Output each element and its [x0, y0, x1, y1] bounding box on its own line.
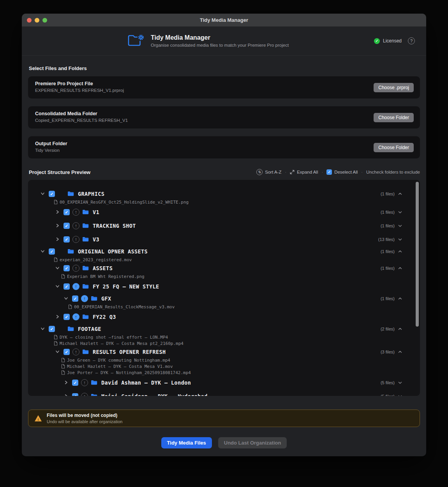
move-up-icon[interactable]: ↑	[72, 265, 79, 272]
scrollbar-thumb[interactable]	[416, 182, 419, 327]
move-up-icon[interactable]: ↑	[81, 379, 88, 386]
folder-icon	[67, 326, 74, 331]
collapse-chevron-icon[interactable]	[398, 327, 402, 331]
expand-all-button[interactable]: Expand All	[290, 170, 318, 174]
brand: Tidy Media Manager Organise consolidated…	[128, 33, 289, 49]
collapse-chevron-icon[interactable]	[398, 192, 402, 195]
tree-folder-row[interactable]: ✓↑ASSETS(1 files)	[28, 263, 420, 273]
deselect-all-checkbox[interactable]: ✓	[326, 169, 332, 175]
tree-file-row: DYK – closing shot –final effort – LON.M…	[28, 334, 420, 340]
file-name: experian_2023_registered.mov	[60, 257, 132, 262]
expand-arrows-icon	[290, 170, 295, 174]
collapse-chevron-icon[interactable]	[398, 350, 402, 353]
folder-icon	[91, 296, 97, 301]
collapse-chevron-icon[interactable]	[398, 297, 402, 300]
tree-checkbox[interactable]: ✓	[63, 223, 70, 229]
tree-folder-row[interactable]: ✓↑GFX(1 files)	[28, 293, 420, 304]
expand-chevron-icon[interactable]	[398, 381, 402, 384]
expand-chevron-icon[interactable]	[398, 224, 402, 227]
tree-folder-row[interactable]: ✓↑David Ashman – DYK – London(5 files)	[28, 376, 420, 389]
chevron-down-icon[interactable]	[41, 249, 45, 253]
tree-folder-row[interactable]: ✓GRAPHICS(1 files)	[28, 188, 420, 199]
move-up-icon[interactable]: ↑	[72, 313, 79, 320]
tree-folder-row[interactable]: ✓↑Maini Ganideep – DYK – Hyderabad(5 fil…	[28, 389, 420, 396]
project-file-card: Premiere Pro Project File EXPERIEN_RESUL…	[28, 76, 420, 98]
folder-name: ASSETS	[93, 265, 113, 271]
choose-media-folder-button[interactable]: Choose Folder	[374, 113, 414, 122]
chevron-down-icon[interactable]	[41, 192, 45, 196]
tree-folder-row[interactable]: ✓FOOTAGE(2 files)	[28, 323, 420, 334]
collapse-chevron-icon[interactable]	[398, 267, 402, 270]
tree-file-row: 00_EXPERIAN_ResGFX_Oct25_HoldingSlide_v2…	[28, 199, 420, 205]
tree-checkbox[interactable]: ✓	[72, 393, 78, 396]
choose-prproj-button[interactable]: Choose .prproj	[374, 83, 414, 92]
move-up-icon[interactable]: ↑	[72, 209, 79, 216]
folder-name: FY22 Q3	[93, 314, 116, 320]
tree-checkbox[interactable]: ✓	[49, 326, 55, 332]
collapse-chevron-icon[interactable]	[398, 250, 402, 253]
chevron-right-icon[interactable]	[55, 237, 60, 241]
folder-icon	[82, 284, 89, 289]
move-up-icon[interactable]: ↑	[72, 222, 79, 229]
chevron-down-icon[interactable]	[64, 296, 69, 301]
move-up-icon[interactable]: ↑	[81, 393, 88, 396]
chevron-right-icon[interactable]	[64, 394, 69, 396]
tree-checkbox[interactable]: ✓	[63, 283, 70, 290]
tree-folder-row[interactable]: ✓↑V3(13 files)	[28, 232, 420, 246]
move-up-icon[interactable]: ↑	[72, 283, 79, 290]
deselect-all-control[interactable]: ✓ Deselect All	[326, 169, 358, 175]
expand-chevron-icon[interactable]	[398, 395, 402, 396]
project-file-label: Premiere Pro Project File	[35, 81, 414, 86]
undo-last-organization-button[interactable]: Undo Last Organization	[218, 437, 287, 448]
file-name: Michael Hazlett – DYK – Costa Mesa V1.mo…	[67, 364, 173, 369]
tree-folder-row[interactable]: ✓↑V1(1 files)	[28, 205, 420, 219]
move-up-icon[interactable]: ↑	[81, 295, 88, 302]
chevron-down-icon[interactable]	[55, 350, 60, 354]
move-up-icon[interactable]: ↑	[72, 348, 79, 355]
folder-name: V1	[93, 209, 99, 215]
choose-output-folder-button[interactable]: Choose Folder	[374, 143, 414, 152]
move-up-icon[interactable]: ↑	[72, 236, 79, 243]
preview-heading: Project Structure Preview	[29, 169, 90, 175]
tree-checkbox[interactable]: ✓	[63, 236, 70, 243]
tree-file-row: Joe Green – DYK commuting Nottingham.mp4	[28, 357, 420, 363]
help-icon[interactable]: ?	[408, 37, 415, 44]
licensed-label: Licensed	[383, 38, 402, 44]
file-icon	[54, 257, 58, 262]
chevron-right-icon[interactable]	[55, 315, 60, 319]
chevron-down-icon[interactable]	[55, 266, 60, 270]
sort-az-button[interactable]: ⇅ Sort A-Z	[256, 169, 281, 175]
licensed-seal-icon: ✓	[374, 38, 380, 44]
tree-folder-row[interactable]: ✓↑FY 25 FQ – NEW STYLE	[28, 280, 420, 293]
tree-checkbox[interactable]: ✓	[72, 380, 78, 386]
tree-checkbox[interactable]: ✓	[63, 265, 70, 271]
file-name: 00_EXPERIAN_Results_ClockMessage_v3.mov	[74, 304, 175, 309]
tree-checkbox[interactable]: ✓	[49, 191, 55, 197]
chevron-down-icon[interactable]	[41, 327, 45, 331]
chevron-right-icon[interactable]	[55, 223, 60, 228]
tidy-media-files-button[interactable]: Tidy Media Files	[161, 437, 212, 448]
file-name: Experian BM Wht Registered.png	[67, 274, 145, 279]
expand-chevron-icon[interactable]	[398, 211, 402, 214]
warning-subtitle: Undo will be available after organizatio…	[47, 419, 122, 424]
tree-checkbox[interactable]: ✓	[63, 349, 70, 355]
tree-folder-row[interactable]: ✓↑FY22 Q3	[28, 310, 420, 323]
chevron-down-icon[interactable]	[55, 284, 60, 288]
app-logo-folder-gear-icon	[128, 33, 145, 49]
sort-icon: ⇅	[256, 169, 263, 175]
tree-checkbox[interactable]: ✓	[63, 314, 70, 320]
tree-file-row: Experian BM Wht Registered.png	[28, 273, 420, 280]
tree-checkbox[interactable]: ✓	[72, 295, 78, 302]
tree-checkbox[interactable]: ✓	[49, 248, 55, 255]
chevron-right-icon[interactable]	[55, 210, 60, 214]
tree-folder-row[interactable]: ✓↑TRACKING SHOT(1 files)	[28, 219, 420, 232]
file-count: (5 files)	[381, 380, 395, 385]
folder-icon	[67, 249, 74, 254]
tree-folder-row[interactable]: ✓ORIGINAL OPNER ASSETS(1 files)	[28, 246, 420, 257]
output-folder-card: Output Folder Tidy Version Choose Folder	[28, 136, 420, 158]
tree-checkbox[interactable]: ✓	[63, 209, 70, 215]
folder-name: FY 25 FQ – NEW STYLE	[93, 283, 159, 290]
expand-chevron-icon[interactable]	[398, 238, 402, 241]
tree-folder-row[interactable]: ✓↑RESULTS OPENER REFRESH(3 files)	[28, 346, 420, 357]
chevron-right-icon[interactable]	[64, 380, 69, 385]
